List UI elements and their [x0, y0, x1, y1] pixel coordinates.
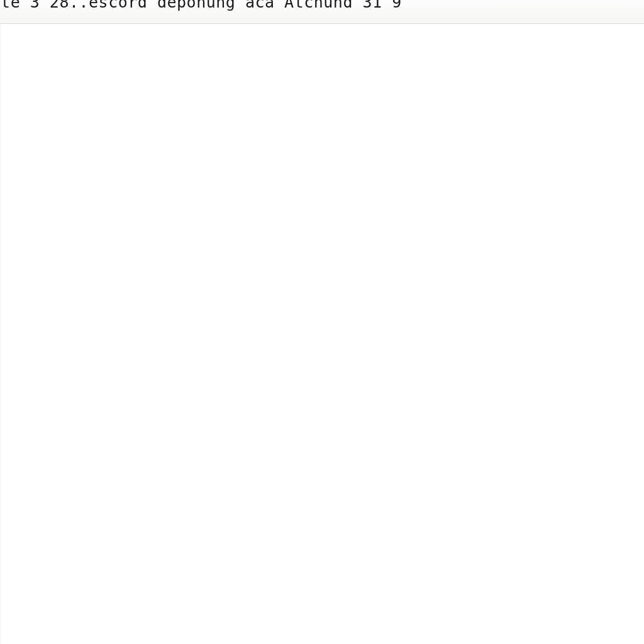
- header-title-text: uute 3 28..escord deponung aca Atchund 3…: [0, 0, 402, 9]
- content-area: [0, 24, 644, 644]
- window-header-bar: uute 3 28..escord deponung aca Atchund 3…: [0, 0, 644, 24]
- left-edge-shadow: [0, 24, 2, 644]
